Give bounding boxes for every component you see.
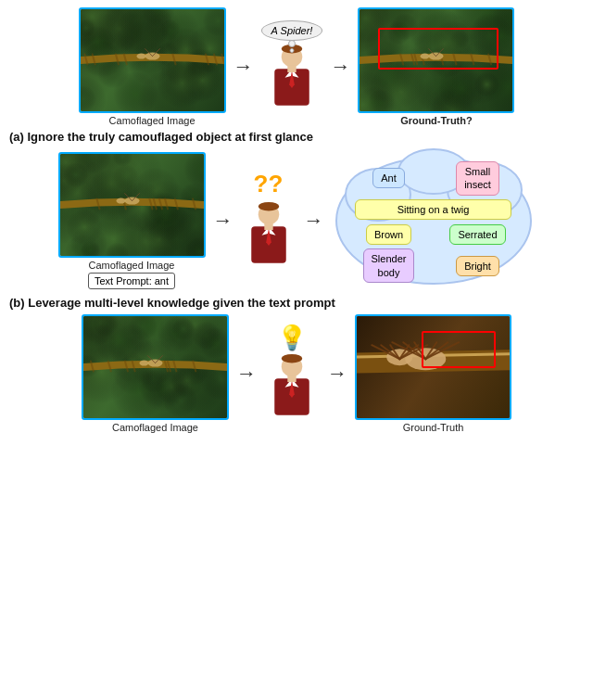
section-a: Camoflaged Image → A Spider! — [9, 7, 584, 145]
section-b: Camoflaged Image Text Prompt: ant → ?? → — [9, 148, 584, 311]
svg-point-7 — [258, 202, 279, 210]
section-a-img1-canvas — [81, 9, 224, 111]
arrow-3b: → — [327, 362, 347, 386]
tag-slender-body: Slenderbody — [363, 248, 415, 283]
section-a-label: (a) Ignore the truly camouflaged object … — [9, 130, 584, 144]
tag-ant: Ant — [372, 168, 405, 188]
main-container: Camoflaged Image → A Spider! — [0, 0, 593, 700]
tag-serrated: Serrated — [449, 224, 505, 245]
svg-rect-5 — [287, 65, 296, 72]
svg-rect-11 — [264, 223, 272, 230]
text-prompt-box: Text Prompt: ant — [88, 273, 175, 289]
arrow-1b: → — [330, 55, 350, 79]
section-c-img1-box — [82, 314, 229, 420]
section-c-person: 💡 — [264, 324, 320, 424]
section-a-row: Camoflaged Image → A Spider! — [9, 7, 584, 126]
lightbulb-icon: 💡 — [277, 324, 307, 352]
section-b-person: ?? — [241, 170, 296, 272]
svg-point-17 — [282, 354, 303, 363]
arrow-2a: → — [213, 209, 233, 233]
tag-sitting-on-twig: Sitting on a twig — [355, 199, 511, 220]
tag-small-insect: Smallinsect — [456, 161, 499, 196]
section-c-row: Camoflaged Image → 💡 → — [9, 314, 584, 433]
section-c-img1-label: Camoflaged Image — [112, 422, 198, 433]
arrow-1a: → — [233, 55, 254, 79]
section-b-img1-col: Camoflaged Image Text Prompt: ant — [58, 152, 206, 289]
tag-bright: Bright — [456, 256, 499, 276]
section-b-label: (b) Leverage multi-level knowledge given… — [9, 296, 584, 310]
section-a-img1-box — [79, 7, 226, 113]
section-a-img1-label: Camoflaged Image — [109, 115, 196, 126]
person-b-svg — [241, 202, 296, 272]
red-rect-a — [378, 28, 498, 70]
section-c-img1-canvas — [83, 316, 227, 418]
person-figure-svg — [264, 45, 320, 114]
section-a-img2-col: Ground-Truth? — [358, 7, 514, 126]
thought-bubble: A Spider! — [261, 20, 323, 41]
section-a-img2-box — [358, 7, 514, 113]
cloud-tags: Ant Smallinsect Sitting on a twig Brown … — [332, 148, 536, 292]
section-a-img1-col: Camoflaged Image — [79, 7, 226, 126]
question-marks: ?? — [254, 170, 284, 198]
section-c-img2-label: Ground-Truth — [403, 422, 464, 433]
section-b-img1-box — [58, 152, 206, 258]
person-c-svg — [264, 354, 320, 424]
section-a-person: A Spider! — [261, 20, 323, 114]
knowledge-cloud: Ant Smallinsect Sitting on a twig Brown … — [332, 148, 536, 292]
section-b-img1-label: Camoflaged Image — [89, 260, 175, 271]
section-c-img2-col: Ground-Truth — [355, 314, 511, 433]
arrow-3a: → — [236, 362, 257, 386]
svg-rect-21 — [287, 375, 296, 383]
section-a-img2-label: Ground-Truth? — [400, 115, 473, 126]
section-c: Camoflaged Image → 💡 → — [9, 314, 584, 433]
section-c-img1-col: Camoflaged Image — [82, 314, 229, 433]
section-b-row: Camoflaged Image Text Prompt: ant → ?? → — [9, 148, 584, 292]
red-rect-c — [422, 331, 496, 368]
section-c-img2-box — [355, 314, 511, 420]
tag-brown: Brown — [366, 224, 411, 245]
section-b-img1-canvas — [60, 154, 204, 256]
arrow-2b: → — [304, 209, 324, 233]
